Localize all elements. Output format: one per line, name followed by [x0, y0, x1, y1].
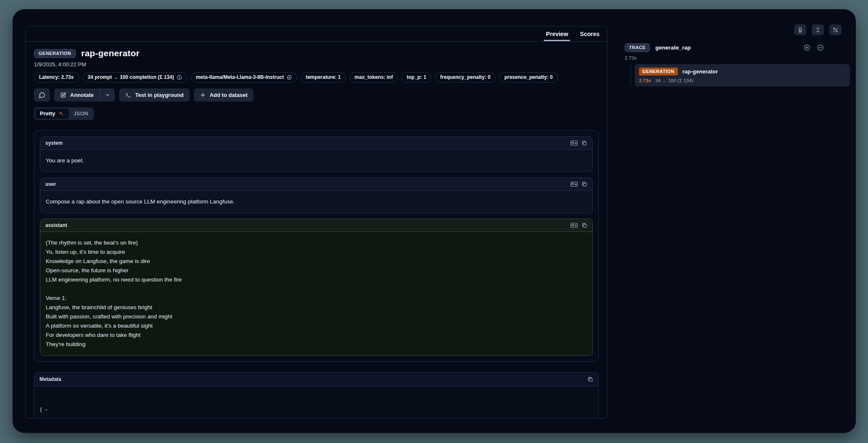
max-tokens-chip: max_tokens: inf [349, 72, 398, 83]
model-chip[interactable]: meta-llama/Meta-Llama-3-8B-Instruct [191, 72, 297, 83]
temperature-chip: temperature: 1 [301, 72, 346, 83]
sparkles-icon [58, 111, 64, 117]
detail-tabbar: Preview Scores [26, 26, 607, 42]
annotate-button[interactable]: Annotate [54, 89, 99, 102]
copy-icon[interactable] [581, 140, 587, 146]
temperature-chip-label: temperature: 1 [306, 74, 341, 80]
generation-type-badge: GENERATION [34, 49, 76, 58]
markdown-toggle-icon[interactable] [571, 140, 578, 146]
generation-name: rap-generator [683, 68, 718, 75]
copy-icon[interactable] [581, 222, 587, 228]
copy-icon[interactable] [581, 181, 587, 187]
generation-token-counts: 34 → 100 (Σ 134) [655, 78, 693, 83]
annotate-pen-icon [60, 92, 66, 98]
trace-name: generate_rap [655, 44, 691, 51]
markdown-toggle-icon[interactable] [571, 222, 578, 228]
annotate-label: Annotate [70, 92, 94, 98]
latency-chip-label: Latency: 2.73s [39, 74, 74, 80]
generation-badge: GENERATION [639, 68, 678, 76]
markdown-toggle-icon[interactable] [571, 181, 578, 187]
metadata-json: { category: "rap" } [34, 386, 598, 418]
model-chip-label: meta-llama/Meta-Llama-3-8B-Instruct [196, 74, 284, 80]
trace-toolbar [794, 24, 842, 35]
timestamp: 1/9/2025, 4:00:22 PM [34, 61, 599, 68]
view-mode-toggle: Pretty JSON [34, 107, 94, 120]
collapse-all-icon[interactable] [817, 44, 824, 51]
frequency-penalty-chip-label: frequency_penalty: 0 [440, 74, 490, 80]
metadata-card: Metadata { category: "rap" [34, 372, 599, 418]
chevron-down-icon [105, 92, 110, 98]
io-preview-card: system You are a poet. [34, 130, 599, 362]
copy-icon[interactable] [587, 376, 593, 382]
view-mode-json[interactable]: JSON [69, 109, 93, 119]
frequency-penalty-chip: frequency_penalty: 0 [435, 72, 495, 83]
token-usage-chip[interactable]: 34 prompt → 100 completion (Σ 134) [83, 72, 187, 83]
expand-all-icon[interactable] [803, 44, 811, 51]
action-buttons: Annotate Test in playground [34, 89, 599, 102]
assistant-role-label: assistant [45, 222, 67, 228]
percent-metrics-button[interactable] [829, 24, 842, 35]
latency-chip: Latency: 2.73s [34, 72, 79, 83]
generation-node-selected[interactable]: GENERATION rap-generator 2.73s 34 → 100 … [635, 64, 850, 86]
trace-tree: TRACE generate_rap 2.73s GENERATION rap-… [625, 42, 850, 86]
award-icon [797, 27, 803, 33]
collapse-panel-button[interactable] [812, 24, 824, 35]
trace-badge: TRACE [625, 43, 650, 52]
comment-icon [39, 92, 45, 99]
annotate-dropdown-button[interactable] [100, 89, 115, 102]
generation-latency: 2.73s [639, 78, 651, 83]
assistant-message: assistant (The rhythm is set, the beat's… [40, 219, 593, 356]
attribute-chips: Latency: 2.73s 34 prompt → 100 completio… [34, 72, 599, 83]
app-window: Preview Scores GENERATION rap-generator … [13, 9, 856, 433]
view-mode-pretty[interactable]: Pretty [35, 109, 69, 119]
system-role-label: system [45, 140, 63, 146]
top-p-chip: top_p: 1 [401, 72, 431, 83]
plus-icon [200, 92, 206, 98]
annotation-queue-button[interactable] [794, 24, 806, 35]
system-message-content: You are a poet. [40, 150, 592, 172]
test-in-playground-button[interactable]: Test in playground [119, 89, 189, 102]
trace-latency: 2.73s [625, 55, 850, 60]
metadata-title: Metadata [39, 376, 61, 382]
annotate-split-button: Annotate [54, 89, 115, 102]
info-icon[interactable] [177, 75, 182, 80]
token-usage-chip-label: 34 prompt → 100 completion (Σ 134) [88, 74, 174, 80]
page-title: rap-generator [81, 48, 140, 58]
json-label: JSON [73, 110, 88, 117]
presence-penalty-chip: presence_penalty: 0 [499, 72, 558, 83]
plus-circle-icon[interactable] [287, 75, 292, 80]
trace-node[interactable]: TRACE generate_rap [625, 42, 850, 53]
percent-icon [832, 27, 839, 33]
tree-indent-line [631, 64, 631, 86]
fold-vertical-icon [815, 27, 821, 33]
collapse-chevron-icon[interactable] [44, 392, 86, 418]
user-role-label: user [45, 181, 56, 187]
add-to-dataset-label: Add to dataset [210, 92, 248, 98]
system-message: system You are a poet. [40, 136, 593, 172]
max-tokens-chip-label: max_tokens: inf [354, 74, 393, 80]
tab-preview[interactable]: Preview [540, 26, 574, 41]
json-open-brace: { [39, 406, 42, 414]
user-message-content: Compose a rap about the open source LLM … [40, 191, 592, 213]
presence-penalty-chip-label: presence_penalty: 0 [504, 74, 553, 80]
tab-scores[interactable]: Scores [574, 26, 605, 41]
add-to-dataset-button[interactable]: Add to dataset [194, 89, 253, 102]
playground-label: Test in playground [135, 92, 183, 98]
user-message: user Compose a rap about the open source… [40, 177, 593, 213]
assistant-message-content: (The rhythm is set, the beat's on fire) … [40, 232, 592, 355]
detail-content: GENERATION rap-generator 1/9/2025, 4:00:… [26, 42, 607, 418]
comment-button[interactable] [34, 89, 50, 102]
observation-detail-panel: Preview Scores GENERATION rap-generator … [25, 26, 607, 419]
terminal-icon [125, 92, 131, 98]
pretty-label: Pretty [40, 110, 55, 117]
top-p-chip-label: top_p: 1 [407, 74, 426, 80]
